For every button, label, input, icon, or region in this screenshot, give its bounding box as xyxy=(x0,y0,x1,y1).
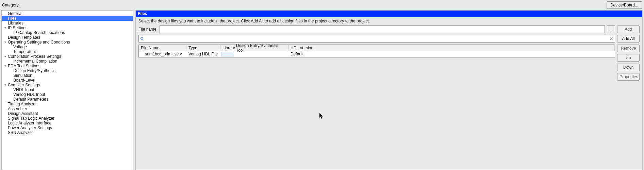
tree-item-label: EDA Tool Settings xyxy=(7,64,40,68)
category-label: Category: xyxy=(2,3,20,7)
top-bar: Category: Device/Board... xyxy=(0,0,644,10)
search-row: Add All xyxy=(138,35,640,42)
tree-item-timing-analyzer[interactable]: Timing Analyzer xyxy=(2,102,133,106)
th-file-name[interactable]: File Name xyxy=(139,45,186,51)
tree-item-ip-settings[interactable]: ▾IP Settings xyxy=(2,26,133,30)
tree-item-board-level[interactable]: Board-Level xyxy=(2,78,133,83)
add-all-button[interactable]: Add All xyxy=(617,35,640,42)
tree-item-label: Design Assistant xyxy=(7,111,38,116)
tree-item-label: Files xyxy=(7,16,16,21)
tree-item-label: Power Analyzer Settings xyxy=(7,125,52,130)
tree-item-label: Operating Settings and Conditions xyxy=(7,40,70,45)
tree-item-power-analyzer-settings[interactable]: Power Analyzer Settings xyxy=(2,125,133,130)
tree-item-label: General xyxy=(7,11,22,16)
browse-button[interactable]: ... xyxy=(607,26,615,33)
th-tool[interactable]: Design Entry/Synthesis Tool xyxy=(234,45,288,51)
filename-label: File name: xyxy=(138,27,158,32)
tree-item-label: Signal Tap Logic Analyzer xyxy=(7,116,54,121)
th-library[interactable]: Library xyxy=(220,45,234,51)
filename-input[interactable] xyxy=(160,26,605,33)
tree-item-simulation[interactable]: Simulation xyxy=(2,73,133,78)
tree-item-ssn-analyzer[interactable]: SSN Analyzer xyxy=(2,130,133,135)
tree-item-label: IP Catalog Search Locations xyxy=(13,30,65,35)
tree-item-label: Temperature xyxy=(13,49,36,54)
tree-item-signal-tap-logic-analyzer[interactable]: Signal Tap Logic Analyzer xyxy=(2,116,133,121)
tree-item-operating-settings-and-conditions[interactable]: ▾Operating Settings and Conditions xyxy=(2,40,133,45)
device-board-button[interactable]: Device/Board... xyxy=(607,1,642,9)
tree-item-label: SSN Analyzer xyxy=(7,130,33,135)
tree-item-eda-tool-settings[interactable]: ▾EDA Tool Settings xyxy=(2,64,133,68)
tree-item-label: Libraries xyxy=(7,21,23,26)
files-table[interactable]: File Name Type Library Design Entry/Synt… xyxy=(138,45,615,57)
tree-item-label: Assembler xyxy=(7,106,27,111)
expand-icon[interactable]: ▾ xyxy=(3,40,7,45)
tree-item-compiler-settings[interactable]: ▾Compiler Settings xyxy=(2,83,133,87)
tree-item-compilation-process-settings[interactable]: ▾Compilation Process Settings xyxy=(2,54,133,59)
tree-item-label: Logic Analyzer Interface xyxy=(7,121,51,125)
expand-icon[interactable]: ▾ xyxy=(3,83,7,87)
up-button[interactable]: Up xyxy=(617,54,640,62)
panel-description: Select the design files you want to incl… xyxy=(138,19,640,23)
cell-hdl-version: Default xyxy=(288,52,615,56)
tree-item-temperature[interactable]: Temperature xyxy=(2,49,133,54)
main-split: GeneralFilesLibraries▾IP SettingsIP Cata… xyxy=(1,10,643,170)
tree-item-voltage[interactable]: Voltage xyxy=(2,45,133,49)
tree-item-label: Voltage xyxy=(13,45,27,49)
tree-item-logic-analyzer-interface[interactable]: Logic Analyzer Interface xyxy=(2,121,133,125)
tree-item-label: Default Parameters xyxy=(13,97,48,102)
tree-item-label: VHDL Input xyxy=(13,87,34,92)
add-button[interactable]: Add xyxy=(617,26,640,33)
tree-item-label: Compilation Process Settings xyxy=(7,54,61,59)
cell-type: Verilog HDL File xyxy=(186,52,220,56)
filter-input[interactable] xyxy=(146,36,608,41)
tree-item-label: IP Settings xyxy=(7,26,28,30)
files-panel: Files Select the design files you want t… xyxy=(135,10,643,170)
panel-body: Select the design files you want to incl… xyxy=(136,17,642,170)
tree-item-incremental-compilation[interactable]: Incremental Compilation xyxy=(2,59,133,64)
tree-item-files[interactable]: Files xyxy=(2,16,133,21)
table-row-container: File Name Type Library Design Entry/Synt… xyxy=(138,45,640,170)
tree-item-label: Compiler Settings xyxy=(7,83,40,87)
filter-box[interactable] xyxy=(138,35,615,42)
tree-item-label: Timing Analyzer xyxy=(7,102,37,106)
tree-item-vhdl-input[interactable]: VHDL Input xyxy=(2,87,133,92)
mouse-cursor-icon xyxy=(319,113,324,119)
filename-label-rest: ile name: xyxy=(141,27,158,32)
cell-library[interactable] xyxy=(220,52,234,56)
tree-item-verilog-hdl-input[interactable]: Verilog HDL Input xyxy=(2,92,133,97)
th-type[interactable]: Type xyxy=(186,45,220,51)
tree-item-label: Incremental Compilation xyxy=(13,59,57,64)
svg-line-1 xyxy=(143,39,144,40)
tree-item-general[interactable]: General xyxy=(2,11,133,16)
tree-item-label: Simulation xyxy=(13,73,32,78)
remove-button[interactable]: Remove xyxy=(617,45,640,52)
tree-item-libraries[interactable]: Libraries xyxy=(2,21,133,26)
tree-item-design-templates[interactable]: Design Templates xyxy=(2,35,133,40)
filename-row: File name: ... Add xyxy=(138,26,640,33)
clear-icon[interactable] xyxy=(609,37,613,41)
expand-icon[interactable]: ▾ xyxy=(3,64,7,68)
tree-item-label: Board-Level xyxy=(13,78,35,83)
tree-item-ip-catalog-search-locations[interactable]: IP Catalog Search Locations xyxy=(2,30,133,35)
th-hdl-version[interactable]: HDL Version xyxy=(288,45,615,51)
tree-item-label: Verilog HDL Input xyxy=(13,92,45,97)
panel-title: Files xyxy=(136,11,642,17)
table-body: sum1bcc_primitive.vVerilog HDL FileDefau… xyxy=(139,51,615,57)
tree-item-label: Design Entry/Synthesis xyxy=(13,68,55,73)
table-row[interactable]: sum1bcc_primitive.vVerilog HDL FileDefau… xyxy=(139,51,615,57)
tree-item-design-assistant[interactable]: Design Assistant xyxy=(2,111,133,116)
tree-item-assembler[interactable]: Assembler xyxy=(2,106,133,111)
search-icon xyxy=(140,37,144,41)
side-button-column: Remove Up Down Properties xyxy=(617,45,640,81)
expand-icon[interactable]: ▾ xyxy=(3,54,7,59)
category-tree[interactable]: GeneralFilesLibraries▾IP SettingsIP Cata… xyxy=(1,10,133,170)
properties-button[interactable]: Properties xyxy=(617,73,640,81)
down-button[interactable]: Down xyxy=(617,64,640,71)
expand-icon[interactable]: ▾ xyxy=(3,26,7,30)
tree-item-design-entry-synthesis[interactable]: Design Entry/Synthesis xyxy=(2,68,133,73)
svg-point-0 xyxy=(141,37,143,39)
tree-item-label: Design Templates xyxy=(7,35,40,40)
tree-item-default-parameters[interactable]: Default Parameters xyxy=(2,97,133,102)
table-header: File Name Type Library Design Entry/Synt… xyxy=(139,45,615,51)
cell-file-name: sum1bcc_primitive.v xyxy=(139,52,186,56)
